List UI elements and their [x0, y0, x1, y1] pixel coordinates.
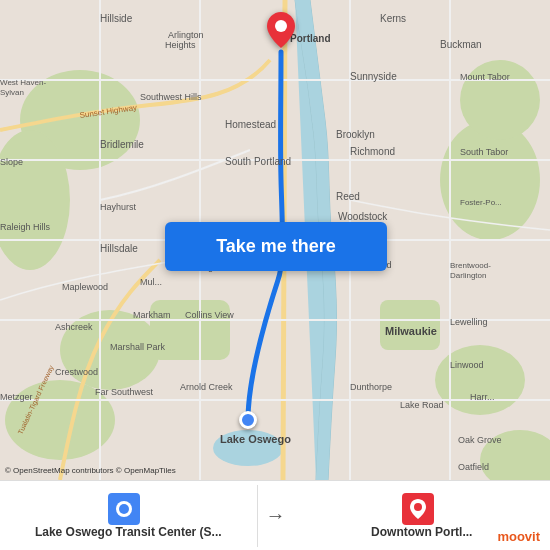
svg-text:Sylvan: Sylvan — [0, 88, 24, 97]
origin-station: Lake Oswego Transit Center (S... — [0, 485, 258, 547]
svg-text:Linwood: Linwood — [450, 360, 484, 370]
svg-text:Southwest Hills: Southwest Hills — [140, 92, 202, 102]
svg-text:Arnold Creek: Arnold Creek — [180, 382, 233, 392]
svg-text:Mount Tabor: Mount Tabor — [460, 72, 510, 82]
svg-text:Raleigh Hills: Raleigh Hills — [0, 222, 51, 232]
svg-text:Harr...: Harr... — [470, 392, 495, 402]
svg-text:Lake Oswego: Lake Oswego — [220, 433, 291, 445]
svg-text:Reed: Reed — [336, 191, 360, 202]
moovit-logo-text: moovit — [497, 529, 540, 544]
svg-text:Homestead: Homestead — [225, 119, 276, 130]
svg-text:Heights: Heights — [165, 40, 196, 50]
map-container: Hillside Arlington Heights Kerns Portlan… — [0, 0, 550, 480]
svg-text:Foster-Po...: Foster-Po... — [460, 198, 502, 207]
moovit-logo: moovit — [491, 527, 546, 546]
svg-text:Woodstock: Woodstock — [338, 211, 388, 222]
svg-text:Metzger: Metzger — [0, 392, 33, 402]
svg-point-62 — [275, 20, 287, 32]
svg-text:Markham: Markham — [133, 310, 171, 320]
svg-text:Hayhurst: Hayhurst — [100, 202, 137, 212]
svg-text:Lake Road: Lake Road — [400, 400, 444, 410]
svg-text:Richmond: Richmond — [350, 146, 395, 157]
svg-text:Collins View: Collins View — [185, 310, 234, 320]
svg-text:Oak Grove: Oak Grove — [458, 435, 502, 445]
svg-text:Marshall Park: Marshall Park — [110, 342, 166, 352]
svg-text:Brentwood-: Brentwood- — [450, 261, 491, 270]
svg-text:Sunnyside: Sunnyside — [350, 71, 397, 82]
direction-arrow-icon: → — [266, 504, 286, 527]
svg-text:Crestwood: Crestwood — [55, 367, 98, 377]
svg-text:South Tabor: South Tabor — [460, 147, 508, 157]
svg-text:Slope: Slope — [0, 157, 23, 167]
take-me-there-button[interactable]: Take me there — [165, 222, 387, 271]
svg-text:Hillside: Hillside — [100, 13, 133, 24]
svg-text:Buckman: Buckman — [440, 39, 482, 50]
destination-marker — [267, 12, 295, 52]
arrow-container: → — [258, 504, 294, 527]
svg-text:Oatfield: Oatfield — [458, 462, 489, 472]
svg-text:Darlington: Darlington — [450, 271, 486, 280]
svg-point-65 — [119, 504, 129, 514]
svg-text:Brooklyn: Brooklyn — [336, 129, 375, 140]
svg-point-67 — [414, 503, 422, 511]
svg-text:Arlington: Arlington — [168, 30, 204, 40]
svg-text:Maplewood: Maplewood — [62, 282, 108, 292]
svg-text:Dunthorpe: Dunthorpe — [350, 382, 392, 392]
svg-text:Kerns: Kerns — [380, 13, 406, 24]
svg-text:Far Southwest: Far Southwest — [95, 387, 154, 397]
origin-station-icon — [108, 493, 140, 525]
svg-text:© OpenStreetMap contributors ©: © OpenStreetMap contributors © OpenMapTi… — [5, 466, 176, 475]
destination-station-icon — [402, 493, 434, 525]
svg-text:West Haven-: West Haven- — [0, 78, 46, 87]
svg-text:Lewelling: Lewelling — [450, 317, 488, 327]
svg-text:Milwaukie: Milwaukie — [385, 325, 437, 337]
origin-station-name: Lake Oswego Transit Center (S... — [35, 525, 222, 539]
svg-text:Portland: Portland — [290, 33, 331, 44]
svg-text:Bridlemile: Bridlemile — [100, 139, 144, 150]
destination-station-name: Downtown Portl... — [371, 525, 472, 539]
svg-text:Ashcreek: Ashcreek — [55, 322, 93, 332]
svg-point-8 — [435, 345, 525, 415]
origin-marker — [239, 411, 257, 429]
svg-text:South Portland: South Portland — [225, 156, 291, 167]
svg-text:Mul...: Mul... — [140, 277, 162, 287]
bottom-bar: Lake Oswego Transit Center (S... → Downt… — [0, 480, 550, 550]
svg-text:Hillsdale: Hillsdale — [100, 243, 138, 254]
